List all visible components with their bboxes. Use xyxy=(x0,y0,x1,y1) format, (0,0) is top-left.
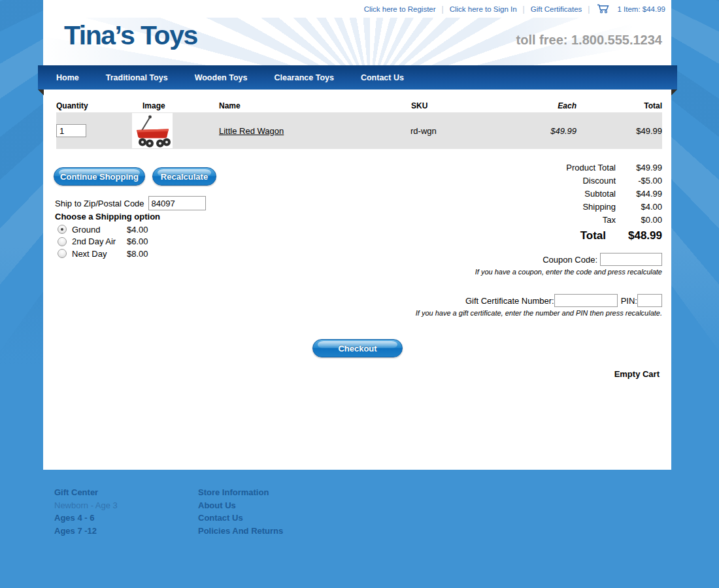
cart-table: Quantity Image Name SKU Each Total xyxy=(56,99,662,149)
gift-certificate-number-input[interactable] xyxy=(554,294,618,307)
cart-status-link[interactable]: 1 Item: $44.99 xyxy=(617,5,665,13)
total-row-tax: Tax$0.00 xyxy=(492,215,662,228)
register-link[interactable]: Click here to Register xyxy=(364,5,436,13)
shipping-option-2nd-day-air[interactable]: 2nd Day Air $6.00 xyxy=(58,236,148,248)
gift-certificates-link[interactable]: Gift Certificates xyxy=(531,5,582,13)
cart-table-header: Quantity Image Name SKU Each Total xyxy=(56,99,662,112)
total-row-shipping: Shipping$4.00 xyxy=(492,202,662,215)
product-sku: rd-wgn xyxy=(409,126,524,136)
product-each-price: $49.99 xyxy=(524,126,577,136)
column-header-sku: SKU xyxy=(409,101,524,110)
shipping-option-price: $8.00 xyxy=(127,249,148,259)
total-row-product-total: Product Total$49.99 xyxy=(492,163,662,176)
shipping-option-label: 2nd Day Air xyxy=(72,237,127,246)
pin-input[interactable] xyxy=(637,294,662,307)
nav-item-home[interactable]: Home xyxy=(56,73,79,82)
shipping-option-price: $4.00 xyxy=(127,225,148,235)
footer-link-ages-4-6[interactable]: Ages 4 - 6 xyxy=(54,512,198,525)
shipping-options: Ground $4.00 2nd Day Air $6.00 Next Day … xyxy=(58,223,148,260)
quantity-input[interactable] xyxy=(56,124,86,137)
site-header: Tina’s Toys toll free: 1.800.555.1234 xyxy=(43,18,671,65)
shipping-option-price: $6.00 xyxy=(127,237,148,246)
shipping-option-heading: Choose a Shipping option xyxy=(55,212,160,221)
page-background: Click here to Register | Click here to S… xyxy=(0,0,719,588)
nav-item-wooden-toys[interactable]: Wooden Toys xyxy=(195,73,248,82)
checkout-button[interactable]: Checkout xyxy=(312,339,403,357)
separator: | xyxy=(588,5,590,14)
nav-item-traditional-toys[interactable]: Traditional Toys xyxy=(106,73,168,82)
gift-certificate-label: Gift Certificate Number: xyxy=(465,296,554,306)
separator: | xyxy=(442,5,444,14)
gift-certificate-row: Gift Certificate Number: PIN: xyxy=(465,294,662,307)
footer: Gift Center Newborn - Age 3 Ages 4 - 6 A… xyxy=(43,486,671,537)
footer-link-newborn-age3[interactable]: Newborn - Age 3 xyxy=(54,499,198,512)
coupon-code-label: Coupon Code: xyxy=(543,255,597,265)
ribbon-fold-right xyxy=(671,90,677,95)
footer-link-store-information[interactable]: Store Information xyxy=(198,486,283,499)
nav-item-clearance-toys[interactable]: Clearance Toys xyxy=(274,73,333,82)
zip-code-input[interactable] xyxy=(148,196,206,210)
radio-button-next-day[interactable] xyxy=(58,249,67,258)
footer-link-gift-center[interactable]: Gift Center xyxy=(54,486,198,499)
ribbon-fold-left xyxy=(38,90,44,95)
column-header-quantity: Quantity xyxy=(56,101,132,110)
separator: | xyxy=(523,5,525,14)
radio-button-ground[interactable] xyxy=(58,225,67,234)
shipping-option-ground[interactable]: Ground $4.00 xyxy=(58,223,148,236)
total-row-discount: Discount-$5.00 xyxy=(492,176,662,189)
shopping-cart-icon[interactable] xyxy=(597,4,610,14)
cart-item-row: Little Red Wagon rd-wgn $49.99 $49.99 xyxy=(56,112,662,149)
recalculate-button[interactable]: Recalculate xyxy=(152,167,216,186)
shipping-option-next-day[interactable]: Next Day $8.00 xyxy=(58,248,148,260)
column-header-name: Name xyxy=(216,101,409,110)
main-navigation: Home Traditional Toys Wooden Toys Cleara… xyxy=(38,65,677,90)
footer-link-about-us[interactable]: About Us xyxy=(198,499,283,512)
shipping-option-label: Next Day xyxy=(72,249,127,259)
zip-code-label: Ship to Zip/Postal Code xyxy=(55,199,144,208)
order-totals: Product Total$49.99 Discount-$5.00 Subto… xyxy=(492,163,662,245)
zip-code-row: Ship to Zip/Postal Code xyxy=(55,196,206,210)
sign-in-link[interactable]: Click here to Sign In xyxy=(450,5,517,13)
product-image-red-wagon xyxy=(132,113,173,148)
footer-store-info-column: Store Information About Us Contact Us Po… xyxy=(198,486,283,537)
footer-gift-center-column: Gift Center Newborn - Age 3 Ages 4 - 6 A… xyxy=(54,486,198,537)
product-name-link[interactable]: Little Red Wagon xyxy=(216,126,284,136)
utility-bar: Click here to Register | Click here to S… xyxy=(43,0,671,18)
toll-free-number: toll free: 1.800.555.1234 xyxy=(516,33,662,48)
coupon-help-text: If you have a coupon, enter the code and… xyxy=(475,268,662,276)
total-row-grand-total: Total$48.99 xyxy=(492,229,662,245)
column-header-total: Total xyxy=(577,101,662,110)
footer-link-contact-us[interactable]: Contact Us xyxy=(198,512,283,525)
footer-link-policies-returns[interactable]: Policies And Returns xyxy=(198,525,283,538)
site-logo[interactable]: Tina’s Toys xyxy=(64,20,197,51)
column-header-image: Image xyxy=(132,101,216,110)
empty-cart-link[interactable]: Empty Cart xyxy=(614,369,660,379)
pin-label: PIN: xyxy=(621,296,637,306)
coupon-row: Coupon Code: xyxy=(543,253,662,266)
radio-button-2nd-day-air[interactable] xyxy=(58,237,67,246)
column-header-each: Each xyxy=(524,101,577,110)
gift-certificate-help-text: If you have a gift certificate, enter th… xyxy=(416,309,662,317)
footer-link-ages-7-12[interactable]: Ages 7 -12 xyxy=(54,525,198,538)
product-total-price: $49.99 xyxy=(577,126,662,136)
continue-shopping-button[interactable]: Continue Shopping xyxy=(54,167,145,186)
shipping-option-label: Ground xyxy=(72,225,127,235)
coupon-code-input[interactable] xyxy=(600,253,662,266)
nav-item-contact-us[interactable]: Contact Us xyxy=(361,73,404,82)
total-row-subtotal: Subtotal$44.99 xyxy=(492,189,662,202)
